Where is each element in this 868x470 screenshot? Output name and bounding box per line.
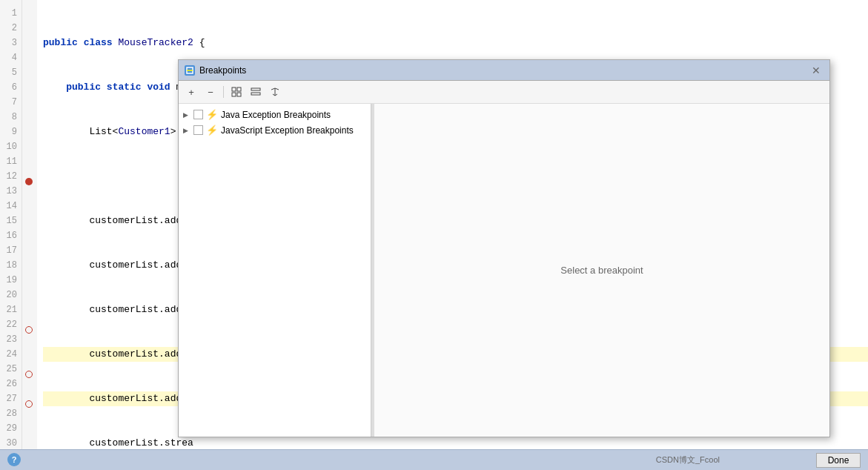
watermark-text: CSDN博文_Fcool (656, 454, 720, 466)
svg-rect-3 (237, 87, 241, 91)
java-group-chevron: ▶ (183, 111, 191, 119)
breakpoints-dialog: Breakpoints ✕ + − (178, 59, 830, 437)
bottom-bar: ? CSDN博文_Fcool Done (0, 449, 868, 470)
svg-rect-7 (251, 93, 260, 95)
java-exception-header[interactable]: ▶ ⚡ Java Exception Breakpoints (179, 107, 371, 122)
breakpoints-icon (185, 65, 195, 76)
javascript-exception-group: ▶ ⚡ JavaScript Exception Breakpoints (179, 122, 371, 138)
dialog-title-text: Breakpoints (199, 65, 246, 76)
js-group-chevron: ▶ (183, 127, 191, 134)
line-numbers: 1 2 3 4 5 6 7 8 9 10 11 12 13 14 15 16 1… (0, 0, 22, 470)
select-breakpoint-message: Select a breakpoint (560, 265, 643, 276)
view1-button[interactable] (228, 84, 245, 100)
done-button[interactable]: Done (816, 453, 861, 468)
gutter (22, 0, 37, 470)
svg-rect-2 (232, 87, 236, 91)
dialog-toolbar: + − (179, 81, 829, 104)
javascript-exception-label: JavaScript Exception Breakpoints (221, 125, 354, 136)
svg-rect-6 (251, 88, 260, 90)
js-group-checkbox[interactable] (193, 125, 203, 135)
dialog-body: ▶ ⚡ Java Exception Breakpoints ▶ ⚡ JavaS… (179, 104, 829, 437)
svg-rect-5 (237, 93, 241, 96)
help-button[interactable]: ? (7, 453, 21, 466)
toolbar-separator-1 (223, 86, 224, 98)
remove-breakpoint-button[interactable]: − (202, 84, 219, 100)
dialog-close-button[interactable]: ✕ (809, 63, 824, 78)
dialog-titlebar: Breakpoints ✕ (179, 60, 829, 81)
java-exception-label: Java Exception Breakpoints (221, 110, 331, 120)
java-exception-group: ▶ ⚡ Java Exception Breakpoints (179, 107, 371, 122)
java-group-checkbox[interactable] (193, 110, 203, 119)
breakpoints-list: ▶ ⚡ Java Exception Breakpoints ▶ ⚡ JavaS… (179, 104, 371, 437)
view2-button[interactable] (248, 84, 264, 100)
dialog-detail-panel: Select a breakpoint (374, 104, 829, 437)
add-breakpoint-button[interactable]: + (183, 84, 199, 100)
svg-rect-4 (232, 93, 236, 96)
view3-button[interactable] (267, 84, 283, 100)
dialog-title: Breakpoints (185, 65, 246, 76)
javascript-exception-header[interactable]: ▶ ⚡ JavaScript Exception Breakpoints (179, 122, 371, 138)
java-breakpoint-icon: ⚡ (206, 109, 218, 120)
js-breakpoint-icon: ⚡ (206, 125, 218, 136)
